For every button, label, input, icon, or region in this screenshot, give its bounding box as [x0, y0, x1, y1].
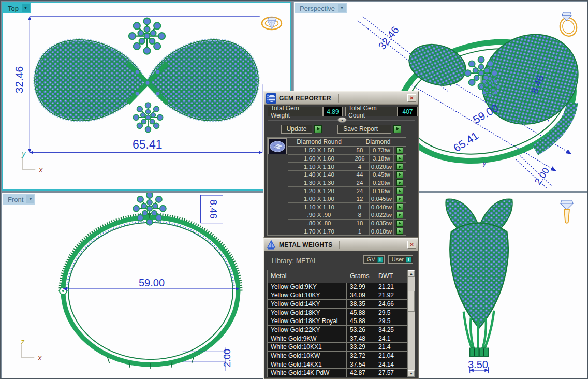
metal-table-row[interactable]: Yellow Gold:10KY 34.09 21.92 — [268, 291, 407, 300]
svg-text:x: x — [38, 166, 43, 174]
gem-col-type: Diamond — [350, 138, 406, 145]
axis-indicator-top: y x — [21, 150, 43, 174]
total-gem-count-value: 407 — [398, 107, 418, 116]
axis-indicator-perspective: y — [482, 159, 487, 167]
total-gem-weight-value: 4.89 — [323, 107, 343, 116]
collapse-button[interactable]: ▲ — [337, 117, 347, 123]
viewport-tab-top[interactable]: Top ▼ — [3, 3, 31, 13]
gem-table-row[interactable]: 1.30 X 1.30 24 0.20tw — [288, 179, 406, 187]
viewport-top: y x Top ▼ 32.46 65.41 — [2, 2, 291, 191]
dimension-label-cluster-height: 8.46 — [208, 200, 219, 219]
gem-row-arrow-button[interactable] — [396, 203, 403, 210]
gv-toggle-indicator[interactable]: I — [377, 257, 383, 263]
metal-table-row[interactable]: White Gold:10KX1 33.29 21.4 — [268, 343, 407, 352]
viewport-front: z x Front ▼ 8.46 59.00 2.00 — [2, 193, 291, 378]
solitaire-side-icon — [557, 196, 577, 226]
metal-table-row[interactable]: Yellow Gold:14KY 38.35 24.66 — [268, 300, 407, 309]
update-button[interactable]: Update — [281, 125, 313, 134]
gem-table-row[interactable]: 1.60 X 1.60 206 3.18tw — [288, 155, 406, 163]
metal-table-row[interactable]: Yellow Gold:22KY 53.26 34.25 — [268, 326, 407, 334]
metal-table-row[interactable]: Yellow Gold:18KY 45.88 29.5 — [268, 309, 407, 317]
svg-text:y: y — [21, 150, 26, 158]
metal-table-scrollbar[interactable]: ▲ ▼ — [407, 270, 415, 377]
dimension-label-diameter: 59.00 — [139, 277, 165, 289]
ring-top-icon — [261, 13, 283, 33]
gem-table-row[interactable]: 1.10 X 1.10 4 0.020tw — [288, 163, 406, 171]
gem-table-header: Diamond Round Diamond — [288, 138, 406, 147]
gem-row-arrow-button[interactable] — [396, 212, 403, 218]
gem-col-shape: Diamond Round — [288, 138, 350, 146]
gem-row-arrow-button[interactable] — [396, 179, 403, 186]
metal-table-row[interactable]: Yellow Gold:9KY 32.99 21.21 — [268, 283, 407, 291]
gem-row-arrow-button[interactable] — [396, 187, 403, 194]
gem-table-rows: 1.50 X 1.50 58 0.73tw 1.60 X 1.60 206 3.… — [288, 147, 406, 235]
cad-application-window: y x Top ▼ 32.46 65.41 — [0, 0, 588, 379]
gem-reporter-icon — [266, 93, 276, 104]
chevron-down-icon[interactable]: ▼ — [338, 4, 346, 12]
svg-text:x: x — [37, 354, 42, 362]
viewport-tab-label: Perspective — [300, 5, 335, 12]
gem-thumbnail-cell — [268, 138, 288, 235]
titlebar-divider — [338, 94, 405, 103]
gem-table-row[interactable]: 1.40 X 1.40 44 0.45tw — [288, 171, 406, 179]
library-name: METAL — [296, 257, 317, 265]
chevron-down-icon[interactable]: ▼ — [26, 195, 34, 203]
close-icon[interactable]: ✕ — [407, 241, 416, 249]
gem-thumbnail-image[interactable] — [268, 138, 287, 154]
metal-table-row[interactable]: Yellow Gold:18KY Royal 45.88 29.5 — [268, 317, 407, 326]
viewport-tab-front[interactable]: Front ▼ — [3, 194, 35, 205]
gem-buttons-row: Update Save Report — [264, 124, 418, 134]
scroll-down-icon[interactable]: ▼ — [408, 370, 415, 377]
gv-toggle-button[interactable]: GV I — [363, 255, 385, 264]
user-toggle-indicator[interactable]: I — [406, 257, 411, 263]
top-view-canvas: y x — [2, 2, 291, 191]
viewport-tab-perspective[interactable]: Perspective ▼ — [295, 3, 347, 13]
gem-table-row[interactable]: 1.00 X 1.00 12 0.045tw — [288, 195, 406, 203]
gem-table-row[interactable]: 1.50 X 1.50 58 0.73tw — [288, 147, 406, 155]
update-arrow-button[interactable] — [314, 125, 322, 133]
gv-user-toggles: GV I User I — [363, 255, 413, 264]
metal-table-row[interactable]: White Gold:14K PdW 42.87 27.57 — [268, 369, 407, 377]
bangle-top-view — [35, 18, 258, 133]
bangle-side-view — [446, 199, 512, 357]
gem-reporter-title: GEM REPORTER — [279, 95, 331, 102]
scrollbar-thumb[interactable] — [408, 291, 415, 312]
gem-table-row[interactable]: .80 X .80 18 0.035tw — [288, 220, 406, 228]
dimension-label-band-thickness: 2.00 — [222, 349, 233, 367]
gem-row-arrow-button[interactable] — [396, 163, 403, 170]
ring-perspective-icon — [557, 10, 581, 38]
titlebar-divider — [339, 241, 405, 249]
metal-table-header: Metal Grams DWT — [268, 270, 415, 282]
metal-table-row[interactable]: White Gold:10KW 32.72 21.04 — [268, 352, 407, 360]
dimension-label-height: 32.46 — [13, 66, 25, 94]
save-report-arrow-button[interactable] — [393, 125, 401, 133]
gem-row-arrow-button[interactable] — [396, 147, 403, 154]
gem-row-arrow-button[interactable] — [396, 196, 403, 202]
metal-table-row[interactable]: White Gold:9KW 37.48 24.1 — [268, 334, 407, 343]
dimension-label-width: 65.41 — [133, 138, 163, 152]
gem-reporter-titlebar[interactable]: GEM REPORTER ✕ — [264, 92, 418, 105]
metal-col-metal: Metal — [268, 272, 347, 280]
gem-totals-row: Total Gem Weight 4.89 Total Gem Count 40… — [268, 107, 418, 116]
metal-weights-titlebar[interactable]: METAL WEIGHTS ✕ — [264, 239, 418, 251]
gem-table-row[interactable]: .90 X .90 8 0.022tw — [288, 211, 406, 220]
close-icon[interactable]: ✕ — [407, 94, 416, 102]
gem-table: Diamond Round Diamond 1.50 X 1.50 58 0.7… — [267, 137, 406, 236]
metal-table-row[interactable]: White Gold:14KX1 37.54 24.14 — [268, 360, 407, 369]
gem-table-row[interactable]: 1.10 X 1.10 8 0.040tw — [288, 203, 406, 211]
metal-col-dwt: DWT — [375, 272, 406, 280]
gem-table-row[interactable]: 1.70 X 1.70 1 0.018tw — [288, 227, 406, 235]
gem-row-arrow-button[interactable] — [396, 171, 403, 178]
metal-weights-title: METAL WEIGHTS — [279, 241, 332, 249]
metal-weights-panel: METAL WEIGHTS ✕ Library: METAL GV I User… — [263, 238, 419, 379]
gem-row-arrow-button[interactable] — [396, 220, 403, 227]
gem-reporter-panel: GEM REPORTER ✕ Total Gem Weight 4.89 Tot… — [263, 91, 419, 238]
total-gem-weight-label: Total Gem Weight — [268, 107, 323, 116]
gem-table-row[interactable]: 1.20 X 1.20 24 0.16tw — [288, 187, 406, 195]
gem-row-arrow-button[interactable] — [396, 228, 403, 235]
user-toggle-button[interactable]: User I — [388, 255, 413, 264]
scroll-up-icon[interactable]: ▲ — [408, 270, 415, 277]
save-report-button[interactable]: Save Report — [337, 125, 391, 134]
chevron-down-icon[interactable]: ▼ — [22, 4, 30, 12]
gem-row-arrow-button[interactable] — [396, 155, 403, 162]
